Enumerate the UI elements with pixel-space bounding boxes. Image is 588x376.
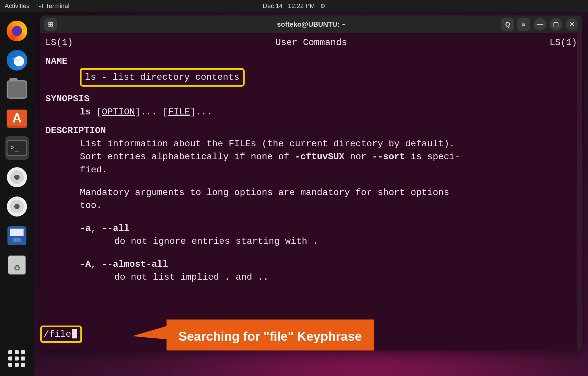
maximize-icon: ▢ (553, 21, 559, 28)
callout-text: Searching for "file" Keyphrase (179, 329, 362, 343)
time-label: 12:22 PM (288, 2, 315, 10)
dock-item-firefox[interactable] (5, 19, 29, 43)
opt-cap-a-desc: do not list implied . and .. (80, 271, 577, 284)
synopsis-line: ls [OPTION]... [FILE]... (45, 106, 577, 118)
maximize-button[interactable]: ▢ (550, 18, 562, 31)
terminal-window: ⊞ softeko@UBUNTU: ~ Q ≡ — ▢ ✕ LS(1) User… (40, 15, 582, 350)
search-text: /file (44, 329, 71, 340)
date-label: Dec 14 (263, 2, 283, 10)
man-search-prompt[interactable]: /file (40, 326, 82, 343)
section-description-heading: DESCRIPTION (45, 124, 577, 137)
section-synopsis-heading: SYNOPSIS (45, 92, 577, 105)
dock-item-terminal[interactable] (5, 136, 29, 160)
description-paragraph-2: Mandatory arguments to long options are … (45, 186, 577, 212)
man-header-right: LS(1) (550, 36, 577, 49)
disc-icon (7, 167, 27, 187)
plus-tab-icon: ⊞ (48, 21, 53, 28)
dock-item-files[interactable] (5, 77, 29, 102)
firefox-icon (7, 21, 27, 41)
synopsis-file: FILE (168, 107, 190, 117)
synopsis-option: OPTION (102, 107, 135, 117)
close-button[interactable]: ✕ (566, 18, 578, 31)
option-a: -a, --all do not ignore entries starting… (45, 222, 577, 248)
window-title: softeko@UBUNTU: ~ (277, 20, 346, 28)
clock-area[interactable]: Dec 14 12:22 PM ⚙ (263, 2, 325, 10)
opt-cap-a-long: --almost-all (102, 259, 168, 270)
opt-cap-a-short: -A (80, 259, 91, 270)
files-icon (7, 80, 27, 99)
section-name-heading: NAME (45, 55, 577, 68)
option-cap-a: -A, --almost-all do not list implied . a… (45, 258, 577, 284)
current-app-label: Terminal (46, 2, 69, 10)
terminal-scrollbar[interactable] (577, 33, 582, 350)
dock-item-disc-2[interactable] (5, 194, 29, 219)
dock (0, 12, 34, 376)
dock-item-trash[interactable] (5, 253, 29, 277)
thunderbird-icon (7, 50, 27, 71)
opt-a-short: -a (80, 223, 91, 234)
disc-icon (7, 196, 27, 217)
dock-item-software[interactable] (5, 107, 29, 131)
terminal-icon (38, 4, 43, 8)
opt-a-long: --all (102, 223, 129, 234)
current-app-indicator[interactable]: Terminal (38, 2, 69, 10)
minimize-button[interactable]: — (533, 18, 546, 31)
software-center-icon (7, 110, 27, 128)
highlight-name-line: ls - list directory contents (80, 68, 245, 87)
hamburger-icon: ≡ (522, 21, 526, 28)
man-header-line: LS(1) User Commands LS(1) (45, 36, 577, 49)
man-header-left: LS(1) (45, 36, 73, 49)
dock-item-disc-1[interactable] (5, 165, 29, 189)
opt-a-desc: do not ignore entries starting with . (80, 235, 577, 248)
terminal-app-icon (7, 140, 27, 156)
search-button[interactable]: Q (501, 18, 514, 31)
annotation-callout: Searching for "file" Keyphrase (167, 319, 374, 350)
synopsis-cmd: ls (80, 107, 91, 117)
settings-gear-icon: ⚙ (320, 3, 325, 9)
dock-item-thunderbird[interactable] (5, 48, 29, 72)
man-header-center: User Commands (275, 36, 347, 49)
search-icon: Q (505, 21, 510, 28)
show-applications-button[interactable] (8, 350, 26, 367)
window-titlebar: ⊞ softeko@UBUNTU: ~ Q ≡ — ▢ ✕ (40, 15, 582, 33)
activities-button[interactable]: Activities (5, 2, 30, 10)
trash-icon (8, 256, 26, 274)
gnome-top-bar: Activities Terminal Dec 14 12:22 PM ⚙ (0, 0, 588, 12)
terminal-content[interactable]: LS(1) User Commands LS(1) NAME ls - list… (40, 33, 582, 350)
description-paragraph-1: List information about the FILEs (the cu… (45, 137, 577, 176)
new-tab-button[interactable]: ⊞ (44, 18, 57, 31)
floppy-icon (7, 226, 26, 245)
text-cursor (72, 329, 77, 338)
name-line-text: ls - list directory contents (85, 72, 239, 83)
dock-item-save[interactable] (5, 224, 29, 248)
minimize-icon: — (537, 21, 543, 28)
close-icon: ✕ (569, 21, 575, 28)
menu-button[interactable]: ≡ (517, 18, 530, 31)
